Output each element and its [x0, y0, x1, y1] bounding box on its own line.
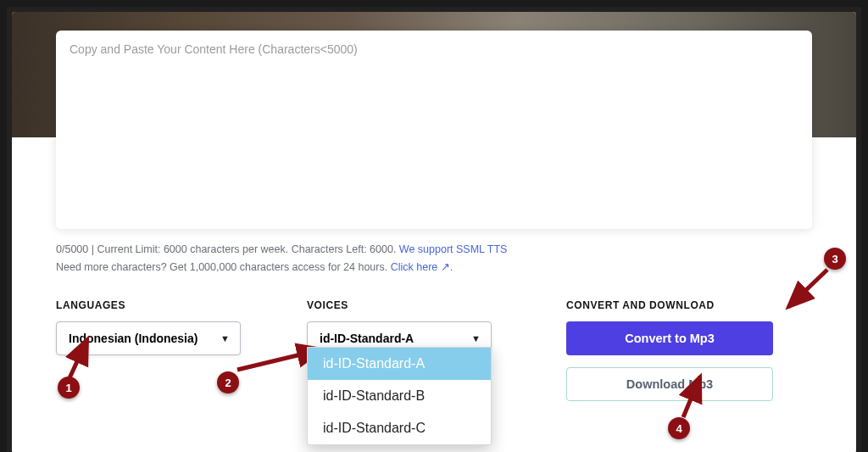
language-select[interactable]: Indonesian (Indonesia) ▼ [56, 321, 241, 355]
status-line: 0/5000 | Current Limit: 6000 characters … [56, 241, 812, 276]
ssml-link[interactable]: We support SSML TTS [399, 243, 508, 255]
voice-option[interactable]: id-ID-Standard-C [308, 412, 491, 444]
content-input[interactable] [56, 31, 812, 229]
upgrade-link[interactable]: Click here ↗. [391, 261, 453, 273]
voices-label: VOICES [307, 299, 558, 311]
voice-dropdown: id-ID-Standard-A id-ID-Standard-B id-ID-… [307, 347, 492, 445]
chevron-down-icon: ▼ [220, 333, 230, 343]
voice-option[interactable]: id-ID-Standard-B [308, 380, 491, 412]
upgrade-text: Need more characters? Get 1,000,000 char… [56, 261, 387, 273]
convert-button[interactable]: Convert to Mp3 [566, 321, 773, 355]
language-select-value: Indonesian (Indonesia) [69, 332, 198, 345]
voice-option[interactable]: id-ID-Standard-A [308, 348, 491, 380]
convert-label: CONVERT AND DOWNLOAD [566, 299, 812, 311]
chevron-down-icon: ▼ [471, 333, 481, 343]
char-count-text: 0/5000 | Current Limit: 6000 characters … [56, 243, 396, 255]
languages-label: LANGUAGES [56, 299, 307, 311]
voice-select-value: id-ID-Standard-A [320, 332, 414, 345]
download-button[interactable]: Download Mp3 [566, 367, 773, 401]
